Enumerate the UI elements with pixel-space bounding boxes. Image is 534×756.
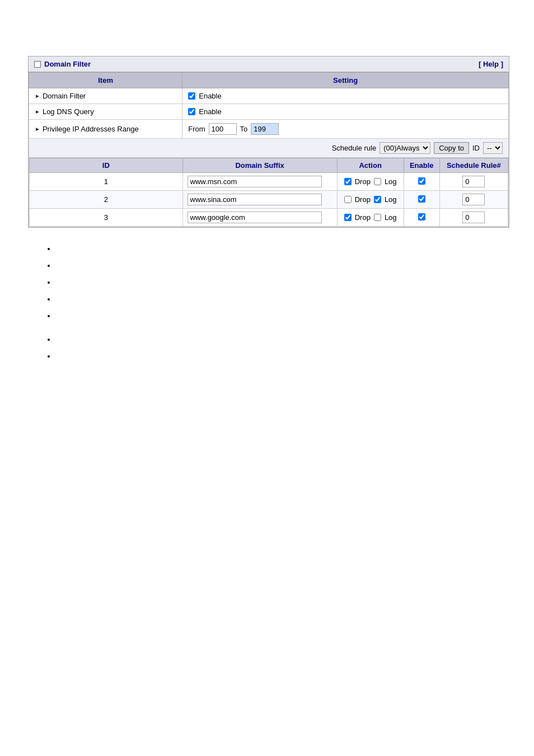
table-row: ► Domain Filter Enable [29, 88, 509, 104]
schedule-inner: Schedule rule (00)Always Copy to ID -- [35, 142, 503, 154]
privilege-ip-text: Privilege IP Addresses Range [43, 125, 139, 133]
from-ip-input[interactable] [209, 123, 237, 135]
panel-title-icon [34, 61, 41, 68]
ip-range-setting: From To [188, 123, 503, 135]
id-label: ID [472, 144, 480, 152]
drop-label: Drop [355, 213, 371, 222]
table-row: ► Privilege IP Addresses Range From To [29, 120, 509, 139]
row1-enable-checkbox[interactable] [418, 177, 425, 185]
log-dns-enable-label: Enable [199, 107, 221, 116]
row3-schedule [439, 209, 508, 227]
schedule-rule-select[interactable]: (00)Always [380, 142, 430, 154]
row2-enable-checkbox[interactable] [418, 195, 425, 203]
domain-table-row: ID Domain Suffix Action Enable Schedule … [29, 158, 509, 227]
domain-filter-label: ► Domain Filter [35, 92, 176, 100]
domain-table-row-1: 1 Drop Log [30, 173, 508, 191]
help-link[interactable]: [ Help ] [479, 60, 503, 68]
log-label: Log [385, 195, 397, 204]
arrow-icon: ► [35, 93, 40, 99]
row1-enable [404, 173, 439, 191]
main-container: Domain Filter [ Help ] Item Setting ► Do… [28, 56, 506, 359]
bullet-list-1 [56, 245, 506, 318]
privilege-ip-label: ► Privilege IP Addresses Range [35, 125, 176, 133]
row3-action: Drop Log [337, 209, 404, 227]
row1-log-checkbox[interactable] [374, 178, 381, 185]
arrow-icon: ► [35, 109, 40, 115]
table-row: ► Log DNS Query Enable [29, 104, 509, 120]
row2-schedule [439, 191, 508, 209]
bullet-section-2 [28, 335, 506, 359]
panel-header: Domain Filter [ Help ] [29, 57, 509, 72]
arrow-icon: ► [35, 126, 40, 132]
to-label: To [240, 125, 248, 133]
col-schedule-rule: Schedule Rule# [439, 158, 508, 173]
row2-schedule-input[interactable] [462, 194, 485, 205]
row3-enable [404, 209, 439, 227]
log-dns-label: ► Log DNS Query [35, 107, 176, 116]
drop-label: Drop [355, 177, 371, 186]
row1-schedule-input[interactable] [462, 176, 485, 187]
row1-domain-input[interactable] [188, 176, 322, 187]
list-item [56, 295, 506, 302]
row1-domain [182, 173, 337, 191]
row1-drop-checkbox[interactable] [344, 178, 352, 185]
domain-filter-setting: Enable [188, 92, 503, 100]
row1-id: 1 [30, 173, 183, 191]
settings-table: Item Setting ► Domain Filter [29, 72, 509, 227]
log-label: Log [385, 177, 397, 186]
domain-filter-checkbox[interactable] [188, 92, 195, 100]
row3-domain [182, 209, 337, 227]
log-dns-checkbox[interactable] [188, 108, 195, 115]
row3-drop-checkbox[interactable] [344, 214, 352, 221]
row2-domain-input[interactable] [188, 194, 322, 205]
setting-header: Setting [182, 73, 509, 88]
drop-label: Drop [355, 195, 371, 204]
row3-log-checkbox[interactable] [374, 214, 381, 221]
domain-filter-enable-label: Enable [199, 92, 221, 100]
list-item [56, 352, 506, 359]
list-item [56, 312, 506, 318]
item-header: Item [29, 73, 182, 88]
col-action: Action [337, 158, 404, 173]
list-item [56, 335, 506, 342]
panel-title: Domain Filter [34, 60, 91, 68]
row2-domain [182, 191, 337, 209]
row3-enable-checkbox[interactable] [418, 213, 425, 220]
copy-to-button[interactable]: Copy to [434, 142, 469, 154]
row2-action: Drop Log [337, 191, 404, 209]
log-dns-setting: Enable [188, 107, 503, 116]
to-ip-input[interactable] [251, 123, 279, 135]
list-item [56, 245, 506, 251]
col-domain-suffix: Domain Suffix [182, 158, 337, 173]
row3-schedule-input[interactable] [462, 212, 485, 223]
row2-drop-checkbox[interactable] [344, 196, 352, 203]
row3-domain-input[interactable] [188, 212, 322, 223]
row1-action: Drop Log [337, 173, 404, 191]
domain-table-row-2: 2 Drop Log [30, 191, 508, 209]
bullet-list-2 [56, 335, 506, 359]
row2-enable [404, 191, 439, 209]
col-enable: Enable [404, 158, 439, 173]
log-label: Log [385, 213, 397, 222]
row2-log-checkbox[interactable] [374, 196, 381, 203]
row2-id: 2 [30, 191, 183, 209]
row1-schedule [439, 173, 508, 191]
schedule-rule-row: Schedule rule (00)Always Copy to ID -- [29, 139, 509, 158]
row3-id: 3 [30, 209, 183, 227]
schedule-rule-label: Schedule rule [332, 144, 377, 152]
domain-filter-panel: Domain Filter [ Help ] Item Setting ► Do… [28, 56, 509, 228]
bullet-section-1 [28, 245, 506, 318]
from-label: From [188, 125, 205, 133]
log-dns-text: Log DNS Query [43, 107, 94, 116]
id-select[interactable]: -- [483, 142, 503, 154]
list-item [56, 278, 506, 285]
list-item [56, 261, 506, 268]
panel-title-text: Domain Filter [44, 60, 91, 68]
domain-table-row-3: 3 Drop Log [30, 209, 508, 227]
domain-filter-text: Domain Filter [43, 92, 86, 100]
domain-table: ID Domain Suffix Action Enable Schedule … [29, 158, 508, 227]
col-id: ID [30, 158, 183, 173]
